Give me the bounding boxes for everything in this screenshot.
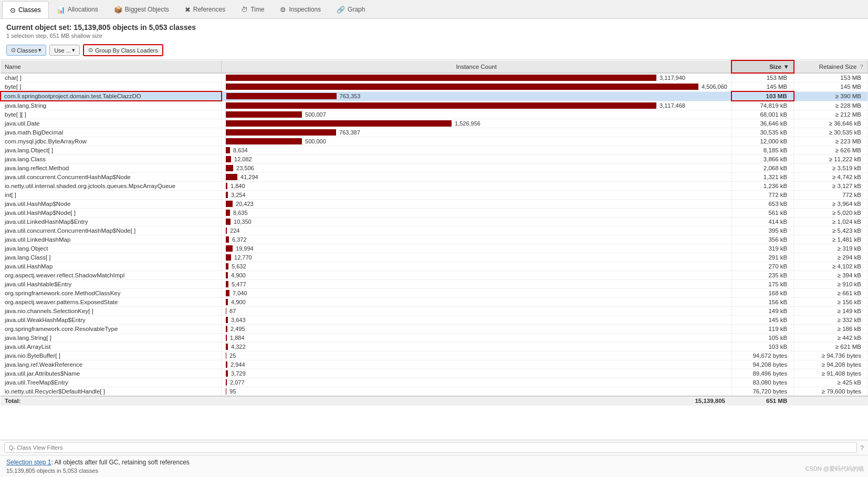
header-subtitle: 1 selection step, 651 MB shallow size bbox=[6, 33, 862, 39]
row-retained-size: ≥ 3,964 kB bbox=[794, 200, 868, 209]
table-row[interactable]: org.springframework.core.ResolvableType2… bbox=[1, 325, 868, 334]
inspections-icon: ⚙ bbox=[280, 6, 286, 14]
row-instance-count: 4,506,060 bbox=[222, 82, 732, 92]
row-instance-count: 763,387 bbox=[222, 128, 732, 137]
row-name: java.lang.String bbox=[1, 101, 222, 110]
allocations-icon: 📊 bbox=[57, 6, 65, 14]
table-row[interactable]: java.util.concurrent.ConcurrentHashMap$N… bbox=[1, 226, 868, 235]
table-row[interactable]: java.util.TreeMap$Entry2,07783,080 bytes… bbox=[1, 378, 868, 387]
row-retained-size: ≥ 394 kB bbox=[794, 271, 868, 280]
table-row[interactable]: java.util.WeakHashMap$Entry3,643145 kB≥ … bbox=[1, 316, 868, 325]
row-size: 561 kB bbox=[731, 209, 793, 217]
tab-graph[interactable]: 🔗 Graph bbox=[329, 0, 373, 18]
table-row[interactable]: java.util.HashMap$Node20,423653 kB≥ 3,96… bbox=[1, 200, 868, 209]
row-name: org.aspectj.weaver.reflect.ShadowMatchIm… bbox=[1, 271, 222, 280]
table-row[interactable]: java.util.Hashtable$Entry5,477175 kB≥ 91… bbox=[1, 280, 868, 289]
row-size: 153 MB bbox=[731, 73, 793, 82]
row-name: java.math.BigDecimal bbox=[1, 128, 222, 137]
table-row[interactable]: byte[ ][ ]500,00768,001 kB≥ 212 MB bbox=[1, 110, 868, 119]
table-row[interactable]: io.netty.util.internal.shaded.org.jctool… bbox=[1, 182, 868, 191]
table-row[interactable]: java.nio.channels.SelectionKey[ ]87149 k… bbox=[1, 307, 868, 316]
row-name: byte[ ] bbox=[1, 82, 222, 92]
tab-classes[interactable]: ⊙ Classes bbox=[2, 1, 49, 18]
selection-description: : All objects after full GC, retaining s… bbox=[51, 459, 189, 466]
size-column-header[interactable]: Size ▼ bbox=[731, 60, 793, 73]
row-size: 103 MB bbox=[731, 91, 793, 101]
group-by-class-loaders-button[interactable]: ⊙ Group By Class Loaders bbox=[83, 44, 163, 56]
table-row[interactable]: java.math.BigDecimal763,38730,535 kB≥ 30… bbox=[1, 128, 868, 137]
table-row[interactable]: java.nio.ByteBuffer[ ]2594,672 bytes≥ 94… bbox=[1, 351, 868, 360]
table-row[interactable]: java.lang.Class[ ]12,770291 kB≥ 294 kB bbox=[1, 253, 868, 262]
table-row[interactable]: java.util.jar.Attributes$Name3,72989,496… bbox=[1, 369, 868, 378]
table-row[interactable]: java.lang.Object19,994319 kB≥ 319 kB bbox=[1, 244, 868, 253]
table-row[interactable]: java.util.Date1,526,95636,646 kB≥ 36,646… bbox=[1, 119, 868, 128]
row-size: 395 kB bbox=[731, 226, 793, 235]
tab-biggest-objects[interactable]: 📦 Biggest Objects bbox=[106, 0, 177, 18]
table-row[interactable]: java.util.ArrayList4,322103 kB≥ 621 MB bbox=[1, 343, 868, 351]
row-name: io.netty.util.internal.shaded.org.jctool… bbox=[1, 182, 222, 191]
row-size: 168 kB bbox=[731, 289, 793, 298]
name-column-header[interactable]: Name bbox=[1, 60, 222, 73]
row-size: 145 MB bbox=[731, 82, 793, 92]
row-size: 1,236 kB bbox=[731, 182, 793, 191]
row-size: 36,646 kB bbox=[731, 119, 793, 128]
table-row[interactable]: char[ ]3,117,940153 MB153 MB bbox=[1, 73, 868, 82]
selection-step-link[interactable]: Selection step 1 bbox=[6, 459, 51, 466]
class-table-container[interactable]: Name Instance Count Size ▼ Retained Size… bbox=[0, 59, 868, 440]
retained-size-column-header[interactable]: Retained Size ? bbox=[794, 60, 868, 73]
row-name: java.lang.Class bbox=[1, 155, 222, 164]
row-retained-size: ≥ 94,736 bytes bbox=[794, 351, 868, 360]
row-instance-count: 3,117,940 bbox=[222, 73, 732, 82]
current-set-label: Current object set: bbox=[6, 23, 71, 32]
table-row[interactable]: java.util.LinkedHashMap6,372356 kB≥ 1,48… bbox=[1, 235, 868, 244]
row-instance-count: 4,900 bbox=[222, 271, 732, 280]
table-row[interactable]: java.util.LinkedHashMap$Entry10,350414 k… bbox=[1, 217, 868, 226]
row-instance-count: 3,729 bbox=[222, 369, 732, 378]
time-icon: ⏱ bbox=[241, 6, 248, 14]
table-row[interactable]: java.util.HashMap5,632270 kB≥ 4,102 kB bbox=[1, 262, 868, 271]
row-name: java.util.Date bbox=[1, 119, 222, 128]
row-size: 76,720 bytes bbox=[731, 387, 793, 397]
row-name: java.util.LinkedHashMap bbox=[1, 235, 222, 244]
use-button[interactable]: Use ... ▾ bbox=[49, 45, 80, 56]
tab-inspections[interactable]: ⚙ Inspections bbox=[272, 0, 329, 18]
class-filter-input[interactable] bbox=[4, 442, 857, 453]
row-name: java.lang.Object[ ] bbox=[1, 146, 222, 155]
table-row[interactable]: java.lang.Object[ ]8,6348,185 kB≥ 626 MB bbox=[1, 146, 868, 155]
table-row[interactable]: java.lang.String3,117,46874,819 kB≥ 228 … bbox=[1, 101, 868, 110]
table-row[interactable]: java.util.concurrent.ConcurrentHashMap$N… bbox=[1, 173, 868, 182]
tab-allocations[interactable]: 📊 Allocations bbox=[49, 0, 106, 18]
row-name: java.util.HashMap bbox=[1, 262, 222, 271]
table-row[interactable]: org.aspectj.weaver.reflect.ShadowMatchIm… bbox=[1, 271, 868, 280]
table-row[interactable]: org.aspectj.weaver.patterns.ExposedState… bbox=[1, 298, 868, 307]
row-instance-count: 95 bbox=[222, 387, 732, 397]
row-name: java.lang.Class[ ] bbox=[1, 253, 222, 262]
tab-time[interactable]: ⏱ Time bbox=[233, 0, 272, 18]
row-size: 145 kB bbox=[731, 316, 793, 325]
row-size: 103 kB bbox=[731, 343, 793, 351]
instance-count-column-header[interactable]: Instance Count bbox=[222, 60, 732, 73]
table-row[interactable]: org.springframework.core.MethodClassKey7… bbox=[1, 289, 868, 298]
row-instance-count: 4,322 bbox=[222, 343, 732, 351]
table-row[interactable]: com.mysql.jdbc.ByteArrayRow500,00012,000… bbox=[1, 137, 868, 146]
table-row[interactable]: java.lang.String[ ]1,884105 kB≥ 442 kB bbox=[1, 334, 868, 343]
table-row[interactable]: io.netty.util.Recycler$DefaultHandle[ ]9… bbox=[1, 387, 868, 397]
table-row[interactable]: byte[ ]4,506,060145 MB145 MB bbox=[1, 82, 868, 92]
classes-button[interactable]: ⊙ Classes ▾ bbox=[6, 45, 46, 56]
table-row[interactable]: java.lang.reflect.Method23,5062,068 kB≥ … bbox=[1, 164, 868, 173]
table-row[interactable]: com.li.springbootproject.domain.test.Tab… bbox=[1, 91, 868, 101]
row-name: org.springframework.core.MethodClassKey bbox=[1, 289, 222, 298]
row-name: com.mysql.jdbc.ByteArrayRow bbox=[1, 137, 222, 146]
row-instance-count: 25 bbox=[222, 351, 732, 360]
row-retained-size: ≥ 36,646 kB bbox=[794, 119, 868, 128]
header: Current object set: 15,139,805 objects i… bbox=[0, 19, 868, 41]
table-row[interactable]: java.lang.Class12,0823,866 kB≥ 11,222 kB bbox=[1, 155, 868, 164]
table-row[interactable]: int[ ]3,254772 kB772 kB bbox=[1, 191, 868, 200]
table-row[interactable]: java.lang.ref.WeakReference2,94494,208 b… bbox=[1, 360, 868, 369]
row-instance-count: 2,944 bbox=[222, 360, 732, 369]
row-size: 74,819 kB bbox=[731, 101, 793, 110]
help-icon[interactable]: ? bbox=[860, 64, 863, 70]
table-row[interactable]: java.util.HashMap$Node[ ]8,635561 kB≥ 5,… bbox=[1, 209, 868, 217]
tab-references[interactable]: ✖ References bbox=[177, 0, 233, 18]
filter-help-icon[interactable]: ? bbox=[860, 444, 864, 452]
